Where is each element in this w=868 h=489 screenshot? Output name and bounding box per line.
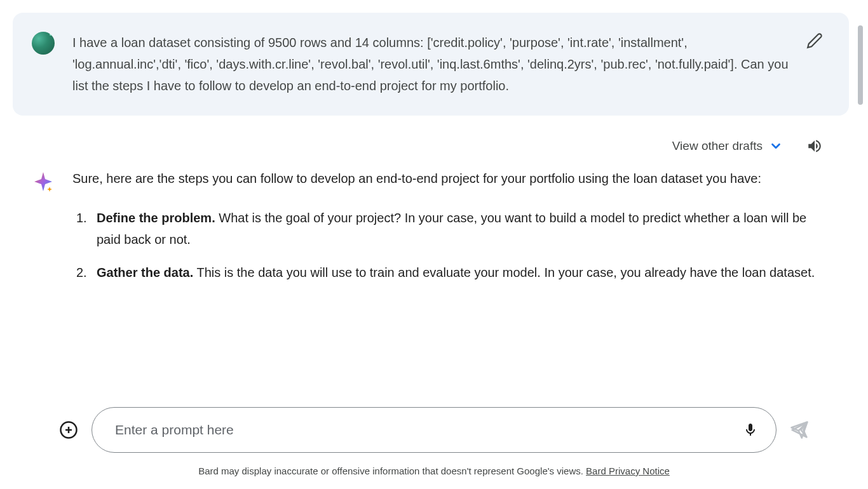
sparkle-icon xyxy=(32,170,55,193)
bot-avatar xyxy=(32,170,55,193)
drafts-label: View other drafts xyxy=(672,139,763,153)
step-title: Gather the data. xyxy=(97,265,193,279)
step-body: This is the data you will use to train a… xyxy=(193,265,815,279)
bot-content: Sure, here are the steps you can follow … xyxy=(72,168,824,295)
user-message: I have a loan dataset consisting of 9500… xyxy=(13,13,849,116)
input-row xyxy=(57,407,811,453)
step-number: 1. xyxy=(76,207,87,229)
plus-circle-icon xyxy=(59,420,78,439)
chat-container: I have a loan dataset consisting of 9500… xyxy=(0,0,868,489)
prompt-input-wrapper xyxy=(92,407,776,453)
list-item: 2. Gather the data. This is the data you… xyxy=(97,262,824,283)
speaker-icon xyxy=(806,138,823,154)
send-icon xyxy=(790,420,809,439)
step-number: 2. xyxy=(76,262,87,283)
step-title: Define the problem. xyxy=(97,211,215,225)
edit-button[interactable] xyxy=(806,32,824,50)
prompt-input[interactable] xyxy=(115,422,740,438)
chevron-down-icon xyxy=(769,139,783,153)
response-intro: Sure, here are the steps you can follow … xyxy=(72,168,824,189)
view-drafts-button[interactable]: View other drafts xyxy=(672,139,783,153)
steps-list: 1. Define the problem. What is the goal … xyxy=(72,207,824,283)
pencil-icon xyxy=(806,32,823,49)
disclaimer: Bard may display inaccurate or offensive… xyxy=(57,466,811,483)
bot-message-body: Sure, here are the steps you can follow … xyxy=(32,168,824,295)
privacy-notice-link[interactable]: Bard Privacy Notice xyxy=(586,466,670,476)
list-item: 1. Define the problem. What is the goal … xyxy=(97,207,824,250)
user-message-text: I have a loan dataset consisting of 9500… xyxy=(72,32,824,97)
microphone-icon xyxy=(743,422,758,438)
microphone-button[interactable] xyxy=(740,420,761,440)
scrollbar-thumb[interactable] xyxy=(858,25,863,105)
text-to-speech-button[interactable] xyxy=(806,137,824,155)
add-button[interactable] xyxy=(57,419,80,441)
input-section: Bard may display inaccurate or offensive… xyxy=(0,397,868,489)
user-avatar xyxy=(32,32,55,55)
bot-message: View other drafts xyxy=(13,123,849,314)
disclaimer-text: Bard may display inaccurate or offensive… xyxy=(198,466,586,476)
messages-scroll-area: I have a loan dataset consisting of 9500… xyxy=(0,0,868,397)
send-button[interactable] xyxy=(788,419,811,441)
bot-message-header: View other drafts xyxy=(32,137,824,155)
